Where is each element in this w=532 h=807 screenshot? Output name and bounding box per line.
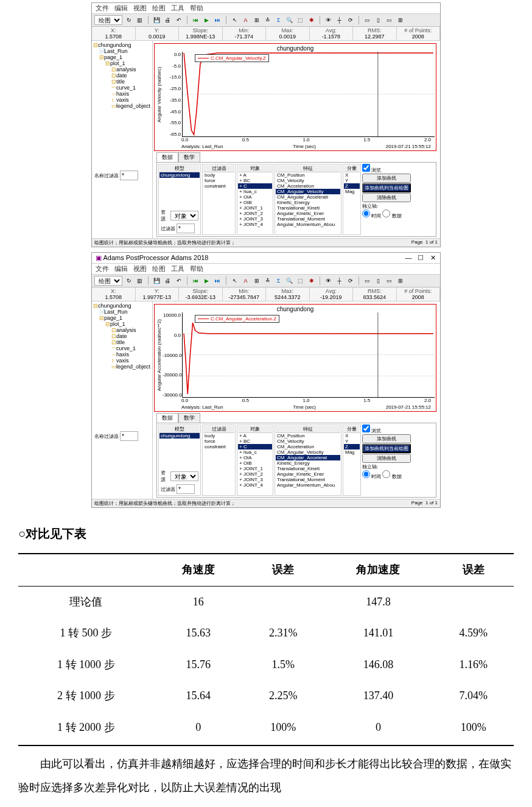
obj-c[interactable]: + C [238,444,272,449]
min-icon[interactable]: — [405,254,412,262]
print-icon[interactable]: 🖨 [163,277,172,286]
obj-j4[interactable]: + JOINT_4 [238,222,272,227]
char-tm[interactable]: Translational_Moment [276,216,340,222]
radio-data[interactable] [382,210,390,217]
menu-help[interactable]: 帮助 [190,4,203,12]
char-angacc[interactable]: CM_Angular_Accelerati [276,194,340,200]
radio-time[interactable] [362,470,370,478]
tab-data[interactable]: 数据 [156,152,178,162]
layout4-icon[interactable]: ⊞ [396,16,405,25]
cursor-icon[interactable]: ≛ [263,277,272,286]
char-acc[interactable]: CM_Acceleration [276,444,340,449]
chart-canvas[interactable]: C.CM_Angular_Velocity.Z [182,52,435,137]
obj-oia[interactable]: + OIA [238,455,272,460]
layout1-icon[interactable]: ▭ [363,277,372,286]
obj-filter-input[interactable] [177,484,195,494]
mode-dropdown[interactable]: 绘图 [94,15,122,25]
refresh-icon[interactable]: ⟳ [346,277,355,286]
text-icon[interactable]: A [241,16,250,25]
comp-z[interactable]: Z [344,183,360,189]
comp-mag[interactable]: Mag [344,189,360,194]
tree-panel[interactable]: ⊟chungundong 📄Last_Run ⊟page_1 ⊟plot_1 ⊡… [92,301,153,499]
obj-j4[interactable]: + JOINT_4 [238,482,272,488]
char-ke[interactable]: Kinetic_Energy [276,200,340,205]
comp-y[interactable]: Y [344,439,360,444]
first-icon[interactable]: ⏮ [191,16,200,25]
save-icon[interactable]: 💾 [152,16,161,25]
filter-body[interactable]: body [203,172,234,178]
obj-j1[interactable]: + JOINT_1 [238,466,272,471]
filter-force[interactable]: force [203,178,234,183]
name-filter-input[interactable] [120,431,138,441]
save-icon[interactable]: 💾 [152,277,161,286]
model-item[interactable]: chungundong [159,172,200,178]
tab-math[interactable]: 数学 [178,152,200,162]
new-page-icon[interactable]: ▥ [135,16,144,25]
obj-a[interactable]: + A [238,433,272,439]
char-tk[interactable]: Translational_Kineti [276,466,340,471]
undo-icon[interactable]: ↶ [174,277,183,286]
stats-icon[interactable]: Σ [274,16,283,25]
menu-help[interactable]: 帮助 [190,265,203,272]
char-vel[interactable]: CM_Velocity [276,439,340,444]
name-filter-input[interactable] [120,171,138,180]
obj-j2[interactable]: + JOINT_2 [238,471,272,477]
menu-edit[interactable]: 编辑 [114,265,128,272]
obj-j1[interactable]: + JOINT_1 [238,205,272,211]
menu-file[interactable]: 文件 [96,265,109,272]
axis-icon[interactable]: ┼ [335,277,344,286]
cursor-icon[interactable]: ≛ [263,16,272,25]
menu-plot[interactable]: 绘图 [152,4,166,12]
comp-mag[interactable]: Mag [344,449,360,455]
view-icon[interactable]: 👁 [324,16,333,25]
tree-panel[interactable]: ⊟chungundong 📄Last_Run ⊟page_1 ⊟plot_1 ⊡… [92,41,153,238]
filter-constraint[interactable]: constraint [203,444,234,449]
obj-filter-input[interactable] [177,224,195,233]
comp-z[interactable]: Z [344,444,360,449]
comp-x[interactable]: X [344,172,360,178]
obj-oib[interactable]: + OIB [238,460,272,466]
layout3-icon[interactable]: ▭ [385,277,394,286]
btn-clear[interactable]: 清除曲线 [362,193,411,202]
btn-add-to-plot[interactable]: 添加曲线到当前绘图 [362,444,411,453]
menu-tools[interactable]: 工具 [171,265,184,272]
tab-data[interactable]: 数据 [156,413,178,423]
text-icon[interactable]: A [241,277,250,286]
src-dropdown[interactable]: 对象 [170,211,198,220]
obj-hua[interactable]: + hua_c [238,189,272,194]
undo-icon[interactable]: ↶ [174,16,183,25]
fit-icon[interactable]: ⬚ [296,16,305,25]
obj-bc[interactable]: + BC [238,178,272,183]
char-acc[interactable]: CM_Acceleration [276,183,340,189]
menu-tools[interactable]: 工具 [171,4,184,12]
stats-icon[interactable]: Σ [274,277,283,286]
char-tk[interactable]: Translational_Kineti [276,205,340,211]
char-tm[interactable]: Translational_Moment [276,477,340,482]
btn-add-curve[interactable]: 添加曲线 [362,434,411,443]
plot-region[interactable]: chungundong Angular Velocity (rad/sec) 0… [154,43,436,151]
model-item[interactable]: chungundong [159,433,200,439]
view-icon[interactable]: 👁 [324,277,333,286]
char-pos[interactable]: CM_Position [276,172,340,178]
char-ake[interactable]: Angular_Kinetic_Ener [276,471,340,477]
max-icon[interactable]: ☐ [417,254,424,262]
filter-constraint[interactable]: constraint [203,183,234,189]
axis-icon[interactable]: ┼ [335,16,344,25]
obj-hua[interactable]: + hua_c [238,449,272,455]
refresh-icon[interactable]: ⟳ [346,16,355,25]
zoom-icon[interactable]: 🔍 [285,16,294,25]
plot-region[interactable]: chungundong Angular Acceleration (rad/se… [154,304,436,412]
char-angacc[interactable]: CM_Angular_Accelerat [276,455,340,460]
btn-add-curve[interactable]: 添加曲线 [362,174,411,183]
surf-checkbox[interactable] [362,425,370,432]
chart-canvas[interactable]: C.CM_Angular_Acceleration.Z [182,312,435,398]
filter-force[interactable]: force [203,439,234,444]
grid-icon[interactable]: ✱ [307,277,316,286]
char-angvel[interactable]: CM_Angular_Velocity [276,189,340,194]
char-am[interactable]: Angular_Momentum_Abou [276,222,340,227]
layout3-icon[interactable]: ▭ [385,16,394,25]
play-icon[interactable]: ▶ [202,16,211,25]
radio-data[interactable] [382,470,390,478]
obj-a[interactable]: + A [238,172,272,178]
mode-dropdown[interactable]: 绘图 [94,276,122,286]
